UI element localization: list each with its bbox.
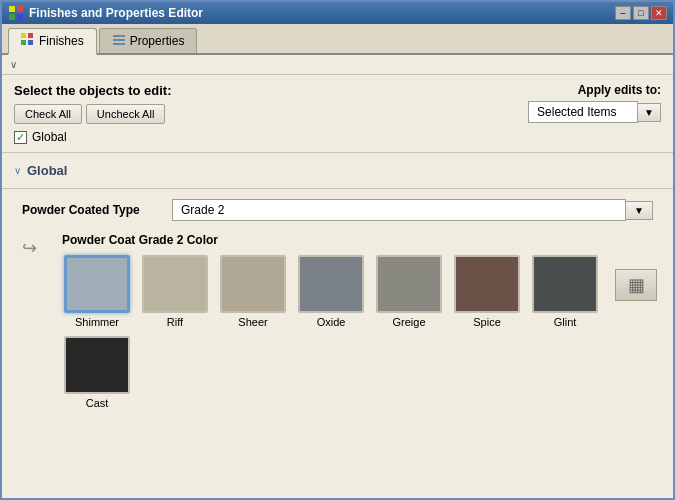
- color-swatch-container: Cast: [62, 336, 132, 409]
- svg-rect-0: [9, 6, 15, 12]
- global-section: ∨ Global: [2, 153, 673, 189]
- main-window: Finishes and Properties Editor – □ ✕ Fin…: [0, 0, 675, 500]
- color-swatch-shimmer[interactable]: [64, 255, 130, 313]
- color-swatch-cast[interactable]: [64, 336, 130, 394]
- svg-rect-3: [17, 14, 23, 20]
- collapse-bar[interactable]: ∨: [2, 55, 673, 75]
- select-objects-title: Select the objects to edit:: [14, 83, 171, 98]
- color-swatch-container: Shimmer: [62, 255, 132, 328]
- uncheck-all-button[interactable]: Uncheck All: [86, 104, 165, 124]
- svg-rect-6: [21, 40, 26, 45]
- svg-rect-8: [113, 35, 125, 37]
- content-area: ∨ Select the objects to edit: Check All …: [2, 55, 673, 498]
- global-section-header[interactable]: ∨ Global: [14, 159, 661, 182]
- color-swatch-greige[interactable]: [376, 255, 442, 313]
- title-bar: Finishes and Properties Editor – □ ✕: [2, 2, 673, 24]
- apply-edits-dropdown-arrow[interactable]: ▼: [638, 103, 661, 122]
- apply-edits-label: Apply edits to:: [528, 83, 661, 97]
- color-swatch-spice[interactable]: [454, 255, 520, 313]
- global-section-title: Global: [27, 163, 67, 178]
- global-label: Global: [32, 130, 67, 144]
- color-swatch-container: Greige: [374, 255, 444, 328]
- svg-rect-10: [113, 43, 125, 45]
- window-controls: – □ ✕: [615, 6, 667, 20]
- close-button[interactable]: ✕: [651, 6, 667, 20]
- powder-coated-type-label: Powder Coated Type: [22, 203, 172, 217]
- color-name-riff: Riff: [167, 316, 183, 328]
- svg-rect-7: [28, 40, 33, 45]
- sub-property-arrow: ↪: [22, 233, 62, 259]
- svg-rect-1: [17, 6, 23, 12]
- color-name-shimmer: Shimmer: [75, 316, 119, 328]
- check-all-button[interactable]: Check All: [14, 104, 82, 124]
- color-swatch-glint[interactable]: [532, 255, 598, 313]
- finishes-tab-label: Finishes: [39, 34, 84, 48]
- maximize-button[interactable]: □: [633, 6, 649, 20]
- select-objects-section: Select the objects to edit: Check All Un…: [2, 75, 673, 153]
- color-swatch-container: Glint: [530, 255, 600, 328]
- color-swatch-oxide[interactable]: [298, 255, 364, 313]
- powder-coat-color-row: ↪ Powder Coat Grade 2 Color ShimmerRiffS…: [22, 233, 653, 409]
- svg-rect-4: [21, 33, 26, 38]
- color-swatch-container: Sheer: [218, 255, 288, 328]
- powder-coat-color-label: Powder Coat Grade 2 Color: [62, 233, 653, 247]
- color-swatch-riff[interactable]: [142, 255, 208, 313]
- color-swatch-sheer[interactable]: [220, 255, 286, 313]
- tab-finishes[interactable]: Finishes: [8, 28, 97, 55]
- finishes-tab-icon: [21, 33, 35, 49]
- swatch-panel-icon-button[interactable]: ▦: [615, 269, 657, 301]
- properties-tab-icon: [112, 33, 126, 49]
- color-name-oxide: Oxide: [317, 316, 346, 328]
- global-checkbox-row: ✓ Global: [14, 130, 171, 144]
- color-name-sheer: Sheer: [238, 316, 267, 328]
- minimize-button[interactable]: –: [615, 6, 631, 20]
- collapse-arrow: ∨: [10, 59, 17, 70]
- color-name-greige: Greige: [392, 316, 425, 328]
- window-title: Finishes and Properties Editor: [29, 6, 203, 20]
- select-objects-left: Select the objects to edit: Check All Un…: [14, 83, 171, 144]
- powder-coated-type-dropdown[interactable]: Grade 1 Grade 2 Grade 3: [172, 199, 626, 221]
- color-swatch-grid: ShimmerRiffSheerOxideGreigeSpiceGlintCas…: [62, 255, 653, 409]
- color-name-cast: Cast: [86, 397, 109, 409]
- properties-panel: Powder Coated Type Grade 1 Grade 2 Grade…: [2, 189, 673, 429]
- properties-tab-label: Properties: [130, 34, 185, 48]
- powder-coated-type-row: Powder Coated Type Grade 1 Grade 2 Grade…: [22, 199, 653, 221]
- color-swatch-container: Spice: [452, 255, 522, 328]
- powder-coated-type-dropdown-wrapper: Grade 1 Grade 2 Grade 3 ▼: [172, 199, 653, 221]
- apply-edits-panel: Apply edits to: Selected Items All Items…: [528, 83, 661, 123]
- global-checkbox[interactable]: ✓: [14, 131, 27, 144]
- color-name-glint: Glint: [554, 316, 577, 328]
- apply-edits-dropdown[interactable]: Selected Items All Items: [528, 101, 638, 123]
- tab-bar: Finishes Properties: [2, 24, 673, 55]
- app-icon: [8, 5, 24, 21]
- tab-properties[interactable]: Properties: [99, 28, 198, 53]
- color-swatch-container: Riff: [140, 255, 210, 328]
- apply-edits-dropdown-wrapper: Selected Items All Items ▼: [528, 101, 661, 123]
- svg-rect-9: [113, 39, 125, 41]
- powder-coated-type-dropdown-arrow[interactable]: ▼: [626, 201, 653, 220]
- title-bar-left: Finishes and Properties Editor: [8, 5, 203, 21]
- global-section-arrow: ∨: [14, 165, 21, 176]
- color-swatch-container: Oxide: [296, 255, 366, 328]
- svg-rect-5: [28, 33, 33, 38]
- check-buttons-row: Check All Uncheck All: [14, 104, 171, 124]
- sub-property-content: Powder Coat Grade 2 Color ShimmerRiffShe…: [62, 233, 653, 409]
- color-name-spice: Spice: [473, 316, 501, 328]
- svg-rect-2: [9, 14, 15, 20]
